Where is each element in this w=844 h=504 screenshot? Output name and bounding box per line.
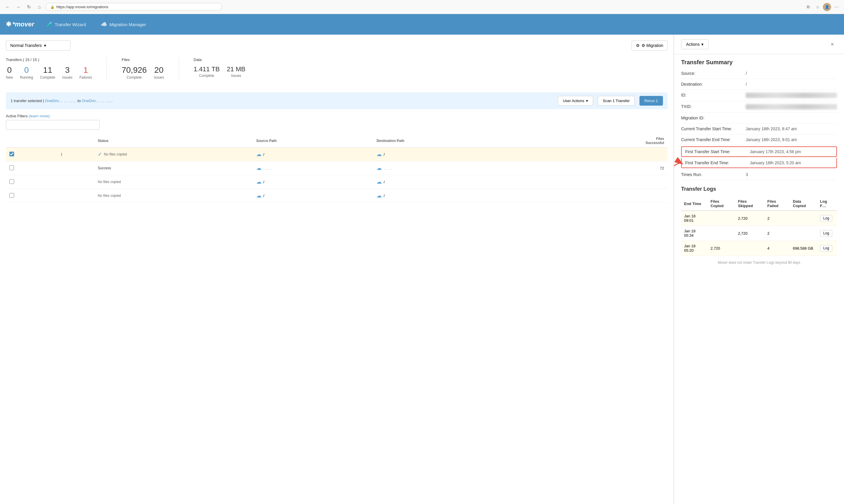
log-files-failed: 2 (765, 211, 790, 226)
row-checkbox[interactable] (10, 152, 14, 156)
logs-title: Transfer Logs (681, 186, 837, 192)
transfers-dropdown[interactable]: Normal Transfers ▾ (6, 40, 70, 51)
source-cloud-icon: ☁ (256, 165, 262, 171)
issues-value: 3 (65, 66, 70, 75)
menu-button[interactable]: ⋯ (832, 3, 841, 11)
stat-new: 0 New (6, 66, 13, 79)
profile-button[interactable]: 👤 (823, 3, 831, 11)
scan-transfer-button[interactable]: Scan 1 Transfer (598, 96, 635, 106)
log-button[interactable]: Log (820, 245, 832, 251)
logo-star: ✱ (6, 20, 11, 28)
first-end-label: First Transfer End Time: (685, 160, 750, 165)
favorites-button[interactable]: ☆ (813, 3, 822, 11)
table-row[interactable]: No files copied ☁ / ☁ / (6, 175, 668, 189)
learn-more-link[interactable]: (learn more): (29, 114, 51, 118)
data-label: Data (194, 57, 245, 62)
browser-chrome: ← → ↻ ⌂ 🔒 ⧉ ☆ 👤 ⋯ (0, 0, 844, 14)
filter-input[interactable] (6, 120, 100, 130)
migration-button[interactable]: ⚙ ⚙ Migration (631, 40, 668, 51)
files-issues-label: Issues (154, 75, 164, 79)
dest-link[interactable]: OneDriv… … …… (82, 98, 113, 103)
summary-migration-id-row: Migration ID: (681, 113, 837, 124)
app-container: ✱ *mover 🧪 Transfer Wizard ☁️ Migration … (0, 14, 844, 504)
summary-end-time-row: Current Transfer End Time: January 18th … (681, 134, 837, 145)
user-actions-button[interactable]: User Actions ▾ (558, 96, 593, 106)
dest-path-cell: ☁ … … (377, 165, 521, 171)
source-link[interactable]: OneDriv… … …… (45, 98, 77, 103)
stat-issues: 3 Issues (62, 66, 72, 79)
files-count (556, 175, 668, 189)
address-bar[interactable]: 🔒 (46, 3, 222, 11)
summary-dest-row: Destination: / (681, 79, 837, 90)
row-checkbox[interactable] (10, 193, 14, 198)
scan-transfer-label: Scan 1 Transfer (603, 98, 630, 103)
logs-section: Transfer Logs End Time Files Copied File… (681, 186, 837, 265)
files-complete: 70,926 Complete (122, 66, 147, 79)
log-data-copied: 698.588 GB (790, 241, 817, 256)
status-text: No files copied (104, 152, 127, 156)
source-path-cell: ☁ / (256, 179, 370, 185)
rerun-button[interactable]: Rerun 1 (640, 96, 663, 106)
row-checkbox[interactable] (10, 165, 14, 170)
source-path: / (263, 180, 265, 184)
actions-button[interactable]: Actions ▾ (681, 39, 708, 49)
log-button[interactable]: Log (820, 215, 832, 221)
migration-id-label: Migration ID: (681, 115, 746, 120)
log-button[interactable]: Log (820, 230, 832, 236)
log-files-skipped: 2,720 (735, 226, 765, 241)
summary-start-time-row: Current Transfer Start Time: January 18t… (681, 124, 837, 134)
dropdown-label: Normal Transfers (10, 43, 42, 48)
home-button[interactable]: ⌂ (35, 3, 43, 11)
panel-header: Actions ▾ × (674, 35, 844, 54)
log-row: Jan 18 05:34 2,720 2 Log (681, 226, 837, 241)
chevron-down-icon: ▾ (701, 42, 703, 47)
cloud-nav-icon: ☁️ (101, 21, 107, 28)
url-input[interactable] (56, 5, 217, 9)
refresh-button[interactable]: ↻ (25, 3, 33, 11)
table-row[interactable]: No files copied ☁ / ☁ / (6, 189, 668, 203)
col-end-time: End Time (681, 197, 707, 211)
app-header: ✱ *mover 🧪 Transfer Wizard ☁️ Migration … (0, 14, 844, 35)
user-actions-label: User Actions (563, 98, 584, 103)
issues-label: Issues (62, 75, 72, 79)
source-path-cell: ☁ … … (256, 165, 370, 171)
nav-transfer-wizard[interactable]: 🧪 Transfer Wizard (43, 19, 89, 29)
row-checkbox[interactable] (10, 179, 14, 184)
failures-value: 1 (83, 66, 88, 75)
status-cell: Success (98, 166, 249, 170)
close-button[interactable]: × (828, 40, 837, 49)
col-files-copied: Files Copied (707, 197, 735, 211)
col-files-failed: Files Failed (765, 197, 790, 211)
table-row[interactable]: Success ☁ … … ☁ … … (6, 161, 668, 175)
complete-label: Complete (40, 75, 55, 79)
log-files-failed: 2 (765, 226, 790, 241)
id-value (746, 93, 837, 98)
forward-button[interactable]: → (14, 3, 22, 11)
lock-icon: 🔒 (50, 5, 55, 9)
left-panel: Normal Transfers ▾ ⚙ ⚙ Migration Transfe… (0, 35, 674, 504)
dest-cloud-icon: ☁ (377, 151, 382, 158)
data-complete-value: 1.411 TB (194, 66, 220, 73)
col-log: Log F… (817, 197, 837, 211)
data-stat-items: 1.411 TB Complete 21 MB Issues (194, 66, 245, 78)
summary-first-start-row: First Transfer Start Time: January 17th … (681, 146, 837, 157)
table-row[interactable]: ℹ ✓ No files copied ☁ / (6, 147, 668, 161)
dest-label: Destination: (681, 82, 746, 87)
dest-value: / (746, 82, 837, 87)
source-value: / (746, 71, 837, 76)
annotation-arrow (674, 152, 687, 176)
col-source: Source Path (253, 134, 373, 147)
files-count: 72 (556, 161, 668, 175)
transfer-stat-items: 0 New 0 Running 11 Complete 3 (6, 66, 92, 79)
top-controls: Normal Transfers ▾ ⚙ ⚙ Migration (6, 40, 668, 51)
stat-failures: 1 Failures (79, 66, 92, 79)
back-button[interactable]: ← (3, 3, 12, 11)
info-icon: ℹ (61, 152, 62, 157)
extensions-button[interactable]: ⧉ (804, 3, 812, 11)
txid-label: TXID: (681, 104, 746, 109)
panel-content: Transfer Summary Source: / Destination: … (674, 54, 844, 272)
col-status: Status (94, 134, 253, 147)
nav-migration-manager[interactable]: ☁️ Migration Manager (98, 19, 149, 29)
data-issues: 21 MB Issues (227, 66, 246, 78)
source-path-cell: ☁ / (256, 193, 370, 199)
